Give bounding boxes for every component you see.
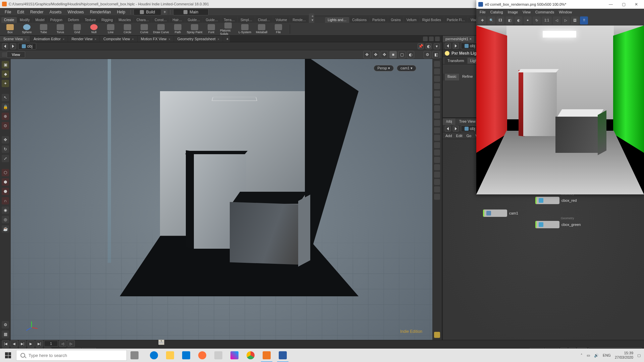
select-icon[interactable]: ✥ xyxy=(363,51,371,58)
tool-icon[interactable]: ∩ xyxy=(2,197,9,204)
nav-back-icon[interactable] xyxy=(2,43,8,49)
tray-network-icon[interactable]: ▭ xyxy=(587,353,590,358)
tl-play-rev-icon[interactable]: ▶| xyxy=(19,340,26,347)
tool-spray-paint[interactable]: Spray Paint xyxy=(186,24,203,34)
nav-fwd-icon[interactable] xyxy=(453,43,459,49)
tool-font[interactable]: Font xyxy=(203,24,219,34)
dropdown-icon[interactable]: ▾ xyxy=(434,43,440,49)
subtab-basic[interactable]: Basic xyxy=(445,74,459,80)
taskbar-search[interactable]: Type here to search xyxy=(16,350,127,361)
group-transform[interactable]: Transform xyxy=(445,58,467,64)
tool-metaball[interactable]: Metaball xyxy=(254,24,270,34)
scale-icon[interactable]: ⤢ xyxy=(2,155,9,162)
pane-tab-add[interactable]: + xyxy=(223,36,230,42)
task-view-icon[interactable] xyxy=(127,349,142,362)
shading-icon[interactable]: ■ xyxy=(389,51,397,58)
tool-grid[interactable]: Grid xyxy=(69,24,85,34)
shelf-tab[interactable]: Grains xyxy=(388,17,403,23)
app-edge[interactable] xyxy=(146,349,162,362)
view-split-icon[interactable] xyxy=(2,52,7,57)
tool-icon[interactable]: ◉ xyxy=(2,206,9,214)
tool-sphere[interactable]: Sphere xyxy=(19,24,35,34)
tool-icon[interactable]: ⬡ xyxy=(2,169,9,176)
arrow-icon[interactable]: ↖ xyxy=(2,94,9,101)
display-opt-icon[interactable]: ⚙ xyxy=(424,51,431,58)
app-firefox[interactable] xyxy=(195,349,210,362)
disp-icon[interactable] xyxy=(434,120,440,126)
tool-icon[interactable]: ☕ xyxy=(2,225,9,233)
tray-volume-icon[interactable]: 🔊 xyxy=(594,353,599,358)
app-chrome[interactable] xyxy=(243,349,258,362)
shelf-tab[interactable]: Simpl… xyxy=(238,17,255,23)
disp-icon[interactable] xyxy=(434,61,440,67)
shelf-tab[interactable]: Muscles xyxy=(116,17,133,23)
tl-next-icon[interactable]: ▶| xyxy=(36,340,43,347)
tl-step-fwd-icon[interactable]: ▷ xyxy=(67,340,75,347)
tl-prev-icon[interactable]: ◀ xyxy=(10,340,18,347)
nav-back-icon[interactable] xyxy=(445,43,451,49)
desktop-add[interactable]: + xyxy=(162,9,167,15)
tl-step-back-icon[interactable]: ◁ xyxy=(59,340,66,347)
disp-icon[interactable] xyxy=(434,83,440,89)
iv-menu-file[interactable]: File xyxy=(480,10,486,14)
shelf-tab[interactable]: Lights and… xyxy=(325,17,349,23)
pane-tab-scene-view[interactable]: Scene View× xyxy=(0,36,30,42)
iv-menu-image[interactable]: Image xyxy=(508,10,518,14)
iv-tool-icon[interactable]: ⠿ xyxy=(580,16,588,24)
globe-icon[interactable]: ◐ xyxy=(426,43,432,49)
app-houdini[interactable] xyxy=(259,349,274,362)
view-label[interactable]: View xyxy=(7,51,25,58)
param-tab[interactable]: pxrmeshlight1 × xyxy=(443,36,474,42)
tool-icon[interactable]: ⬣ xyxy=(2,188,9,195)
shelf-tab[interactable]: Texture xyxy=(82,17,99,23)
tl-frame-field[interactable] xyxy=(44,341,58,347)
tray-clock[interactable]: 15:3927/03/2020 xyxy=(615,351,633,360)
tool-curve[interactable]: Curve xyxy=(136,24,152,34)
shelf-tab[interactable]: Particle Fl… xyxy=(444,17,468,23)
pane-tab-geo[interactable]: Geometry Spreadsheet× xyxy=(174,36,223,42)
shelf-tab[interactable]: Rigging xyxy=(99,17,115,23)
camera-selector[interactable]: cam1 ▾ xyxy=(397,65,416,71)
tool-torus[interactable]: Torus xyxy=(52,24,68,34)
net-menu-add[interactable]: Add xyxy=(445,134,452,138)
menu-render[interactable]: Render xyxy=(28,9,46,15)
disp-icon[interactable] xyxy=(434,149,440,156)
shelf-tab[interactable]: Collisions xyxy=(350,17,369,23)
app-image-tool[interactable] xyxy=(275,349,290,362)
shelf-tab[interactable]: Model xyxy=(33,17,47,23)
sel-obj-icon[interactable]: ▣ xyxy=(2,61,9,68)
iv-menu-catalog[interactable]: Catalog xyxy=(490,10,503,14)
sel-geo-icon[interactable]: ◆ xyxy=(2,70,9,78)
persp-selector[interactable]: Persp ▾ xyxy=(374,65,394,71)
maximize-button[interactable]: ▢ xyxy=(618,1,629,8)
rendered-image[interactable] xyxy=(476,25,644,194)
iv-move-icon[interactable]: ✥ xyxy=(478,16,486,24)
tool-file[interactable]: File xyxy=(270,24,286,34)
tool-tube[interactable]: Tube xyxy=(36,24,52,34)
subtab-refine[interactable]: Refine xyxy=(460,74,476,80)
shelf-tab[interactable]: Particles xyxy=(370,17,388,23)
disp-icon[interactable] xyxy=(434,157,440,163)
shelf-tab[interactable]: Polygon xyxy=(48,17,65,23)
select-rem-icon[interactable]: ✥ xyxy=(381,51,388,58)
menu-edit[interactable]: Edit xyxy=(14,9,27,15)
disp-icon[interactable] xyxy=(434,68,440,74)
node-cbox_red[interactable]: cbox_redGeometry xyxy=(535,197,577,204)
tool-icon[interactable]: ◎ xyxy=(2,216,9,223)
pane-tab-comp[interactable]: Composite View× xyxy=(100,36,137,42)
shelf-tab-add[interactable]: + ▾ xyxy=(309,13,314,23)
disp-icon[interactable] xyxy=(434,194,440,200)
tray-notifications-icon[interactable]: ▢ xyxy=(637,353,641,358)
app-generic[interactable] xyxy=(211,349,226,362)
disp-opt-icon[interactable] xyxy=(434,332,440,338)
path-chip[interactable]: obj xyxy=(18,43,36,50)
tool-platonic[interactable]: Platonic Solids xyxy=(220,22,236,36)
disp-icon[interactable] xyxy=(434,98,440,104)
menu-windows[interactable]: Windows xyxy=(65,9,87,15)
menu-assets[interactable]: Assets xyxy=(47,9,64,15)
iv-menu-view[interactable]: View xyxy=(523,10,531,14)
iv-tool-icon[interactable]: ◧ xyxy=(505,16,514,24)
tool-draw-curve[interactable]: Draw Curve xyxy=(153,24,169,34)
iv-tool-icon[interactable]: ◁ xyxy=(553,16,561,24)
iv-menu-window[interactable]: Window xyxy=(559,10,572,14)
